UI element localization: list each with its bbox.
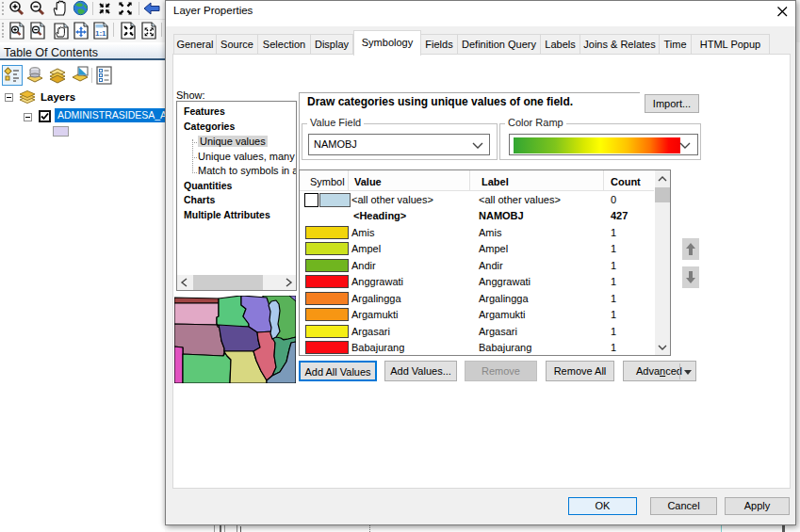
svg-text:1:1: 1:1 <box>95 29 106 38</box>
